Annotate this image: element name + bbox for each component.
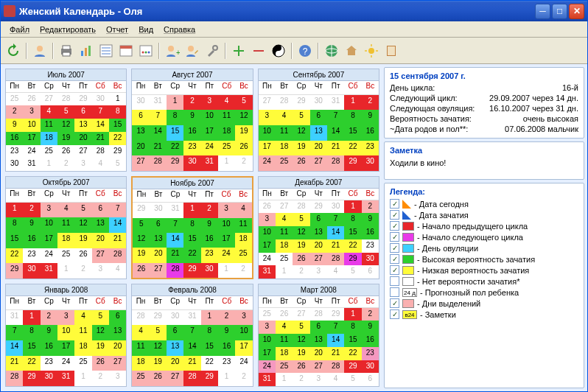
user-prev-button[interactable] xyxy=(30,41,49,60)
day-cell[interactable]: 7 xyxy=(6,325,23,340)
day-cell[interactable]: 28 xyxy=(276,95,293,111)
day-cell[interactable]: 25 xyxy=(276,253,293,266)
day-cell[interactable]: 7 xyxy=(327,321,344,334)
month-calendar[interactable]: Декабрь 2007ПнВтСрЧтПтСбВс26272829301234… xyxy=(258,176,379,279)
day-cell[interactable]: 31 xyxy=(57,371,74,386)
day-cell[interactable]: 18 xyxy=(132,356,149,371)
day-cell[interactable]: 28 xyxy=(6,371,23,386)
day-cell[interactable]: 30 xyxy=(23,263,40,279)
day-cell[interactable]: 14 xyxy=(6,340,23,356)
day-cell[interactable]: 26 xyxy=(293,360,309,374)
book-button[interactable] xyxy=(382,41,401,60)
day-cell[interactable]: 24 xyxy=(201,141,218,156)
day-cell[interactable]: 29 xyxy=(327,308,344,321)
checkbox[interactable]: ✓ xyxy=(390,243,399,253)
day-cell[interactable]: 4 xyxy=(276,321,293,334)
day-cell[interactable]: 9 xyxy=(362,110,379,125)
day-cell[interactable]: 17 xyxy=(235,340,252,356)
day-cell[interactable]: 9 xyxy=(362,321,379,334)
day-cell[interactable]: 30 xyxy=(167,310,183,326)
day-cell[interactable]: 13 xyxy=(109,325,126,340)
menu-item[interactable]: Справка xyxy=(159,24,200,35)
day-cell[interactable]: 29 xyxy=(150,310,167,326)
day-cell[interactable]: 7 xyxy=(327,110,344,125)
day-cell[interactable]: 9 xyxy=(362,213,379,226)
day-cell[interactable]: 18 xyxy=(218,125,235,141)
day-cell[interactable]: 30 xyxy=(362,253,379,266)
day-cell[interactable]: 15 xyxy=(6,233,23,248)
day-cell[interactable]: 3 xyxy=(201,95,218,111)
day-cell[interactable]: 28 xyxy=(327,360,344,374)
day-cell[interactable]: 4 xyxy=(327,265,344,279)
day-cell[interactable]: 19 xyxy=(150,356,167,371)
day-cell[interactable]: 4 xyxy=(132,325,149,340)
day-cell[interactable]: 29 xyxy=(344,155,361,171)
month-calendar[interactable]: Март 2008ПнВтСрЧтПтСбВс25262728291234567… xyxy=(258,284,379,387)
month-calendar[interactable]: Январь 2008ПнВтСрЧтПтСбВс311234567891011… xyxy=(5,284,127,387)
chart-button[interactable] xyxy=(77,41,96,60)
day-cell[interactable]: 15 xyxy=(344,125,361,141)
day-cell[interactable]: 27 xyxy=(310,155,327,171)
day-cell[interactable]: 22 xyxy=(183,248,200,262)
day-cell[interactable]: 17 xyxy=(259,141,276,156)
day-cell[interactable]: 14 xyxy=(183,340,200,356)
day-cell[interactable]: 29 xyxy=(23,371,40,386)
day-cell[interactable]: 20 xyxy=(74,132,91,145)
day-cell[interactable]: 28 xyxy=(57,93,74,106)
day-cell[interactable]: 28 xyxy=(109,248,126,264)
day-cell[interactable]: 4 xyxy=(276,213,293,226)
day-cell[interactable]: 14 xyxy=(327,334,344,347)
day-cell[interactable]: 25 xyxy=(74,356,91,371)
day-cell[interactable]: 24 xyxy=(57,356,74,371)
day-cell[interactable]: 30 xyxy=(201,263,218,278)
day-cell[interactable]: 5 xyxy=(150,325,167,340)
day-cell[interactable]: 8 xyxy=(344,321,361,334)
day-cell[interactable]: 3 xyxy=(235,310,252,326)
day-cell[interactable]: 20 xyxy=(109,340,126,356)
day-cell[interactable]: 2 xyxy=(235,263,252,278)
day-cell[interactable]: 1 xyxy=(6,203,23,218)
close-button[interactable]: ✕ xyxy=(569,4,584,19)
day-cell[interactable]: 28 xyxy=(150,155,167,171)
day-cell[interactable]: 1 xyxy=(344,95,361,111)
day-cell[interactable]: 15 xyxy=(23,340,40,356)
day-cell[interactable]: 27 xyxy=(132,155,149,171)
day-cell[interactable]: 10 xyxy=(201,110,218,125)
day-cell[interactable]: 19 xyxy=(235,125,252,141)
day-cell[interactable]: 25 xyxy=(41,145,57,158)
day-cell[interactable]: 12 xyxy=(293,125,309,141)
day-cell[interactable]: 13 xyxy=(132,125,149,141)
day-cell[interactable]: 4 xyxy=(276,110,293,125)
day-cell[interactable]: 3 xyxy=(41,203,57,218)
day-cell[interactable]: 22 xyxy=(6,248,23,264)
day-cell[interactable]: 4 xyxy=(74,310,91,326)
day-cell[interactable]: 9 xyxy=(6,119,23,132)
day-cell[interactable]: 28 xyxy=(183,371,200,386)
day-cell[interactable]: 5 xyxy=(293,213,309,226)
day-cell[interactable]: 30 xyxy=(6,158,23,171)
day-cell[interactable]: 16 xyxy=(362,334,379,347)
day-cell[interactable]: 6 xyxy=(362,265,379,279)
day-cell[interactable]: 27 xyxy=(310,360,327,374)
day-cell[interactable]: 8 xyxy=(183,218,200,233)
day-cell[interactable]: 18 xyxy=(74,340,91,356)
day-cell[interactable]: 26 xyxy=(23,93,40,106)
day-cell[interactable]: 13 xyxy=(310,334,327,347)
day-cell[interactable]: 16 xyxy=(362,226,379,239)
minimize-button[interactable]: ─ xyxy=(535,4,550,19)
day-cell[interactable]: 27 xyxy=(259,95,276,111)
day-cell[interactable]: 19 xyxy=(293,347,309,360)
day-cell[interactable]: 31 xyxy=(150,95,167,111)
day-cell[interactable]: 1 xyxy=(23,310,40,326)
day-cell[interactable]: 23 xyxy=(41,356,57,371)
day-cell[interactable]: 31 xyxy=(327,95,344,111)
day-cell[interactable]: 2 xyxy=(6,105,23,119)
day-cell[interactable]: 5 xyxy=(235,95,252,111)
day-cell[interactable]: 23 xyxy=(362,141,379,156)
day-cell[interactable]: 25 xyxy=(218,141,235,156)
day-cell[interactable]: 10 xyxy=(259,226,276,239)
day-cell[interactable]: 11 xyxy=(218,110,235,125)
day-cell[interactable]: 20 xyxy=(92,233,109,248)
day-cell[interactable]: 5 xyxy=(74,203,91,218)
day-cell[interactable]: 28 xyxy=(310,308,327,321)
